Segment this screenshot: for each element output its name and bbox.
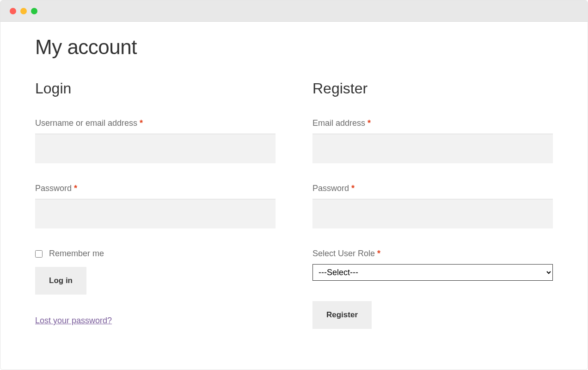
register-password-label-text: Password xyxy=(312,184,351,193)
lost-password-link[interactable]: Lost your password? xyxy=(35,316,112,325)
register-password-input[interactable] xyxy=(312,199,553,228)
login-password-label-text: Password xyxy=(35,184,74,193)
window-minimize-icon[interactable] xyxy=(20,8,27,14)
window-titlebar xyxy=(0,0,588,22)
required-marker: * xyxy=(140,118,143,128)
register-button[interactable]: Register xyxy=(312,301,372,329)
required-marker: * xyxy=(368,118,371,128)
login-password-input[interactable] xyxy=(35,199,276,228)
login-username-label-text: Username or email address xyxy=(35,118,140,128)
register-password-label: Password * xyxy=(312,184,553,193)
register-email-row: Email address * xyxy=(312,118,553,163)
register-heading: Register xyxy=(312,80,553,97)
account-columns: Login Username or email address * Passwo… xyxy=(35,80,553,329)
login-username-input[interactable] xyxy=(35,134,276,163)
window-maximize-icon[interactable] xyxy=(31,8,37,14)
register-button-wrap: Register xyxy=(312,301,553,329)
register-role-label-text: Select User Role xyxy=(312,249,377,258)
remember-me-row: Remember me xyxy=(35,249,276,259)
login-username-label: Username or email address * xyxy=(35,118,276,128)
register-password-row: Password * xyxy=(312,184,553,228)
login-heading: Login xyxy=(35,80,276,97)
remember-me-label: Remember me xyxy=(49,249,104,259)
register-section: Register Email address * Password * Sel xyxy=(312,80,553,329)
page-content: My account Login Username or email addre… xyxy=(0,22,588,347)
login-username-row: Username or email address * xyxy=(35,118,276,163)
login-button[interactable]: Log in xyxy=(35,267,86,295)
page-title: My account xyxy=(35,36,553,59)
register-email-label: Email address * xyxy=(312,118,553,128)
window-close-icon[interactable] xyxy=(10,8,16,14)
register-email-input[interactable] xyxy=(312,134,553,163)
required-marker: * xyxy=(377,249,380,258)
login-section: Login Username or email address * Passwo… xyxy=(35,80,276,329)
lost-password-wrap: Lost your password? xyxy=(35,316,276,326)
register-role-label: Select User Role * xyxy=(312,249,553,259)
register-role-row: Select User Role * ---Select--- xyxy=(312,249,553,281)
register-email-label-text: Email address xyxy=(312,118,368,128)
remember-me-checkbox[interactable] xyxy=(35,250,43,258)
app-window: My account Login Username or email addre… xyxy=(0,0,588,370)
register-role-select[interactable]: ---Select--- xyxy=(312,264,553,281)
login-password-label: Password * xyxy=(35,184,276,193)
required-marker: * xyxy=(74,184,77,193)
required-marker: * xyxy=(351,184,355,193)
login-password-row: Password * xyxy=(35,184,276,228)
